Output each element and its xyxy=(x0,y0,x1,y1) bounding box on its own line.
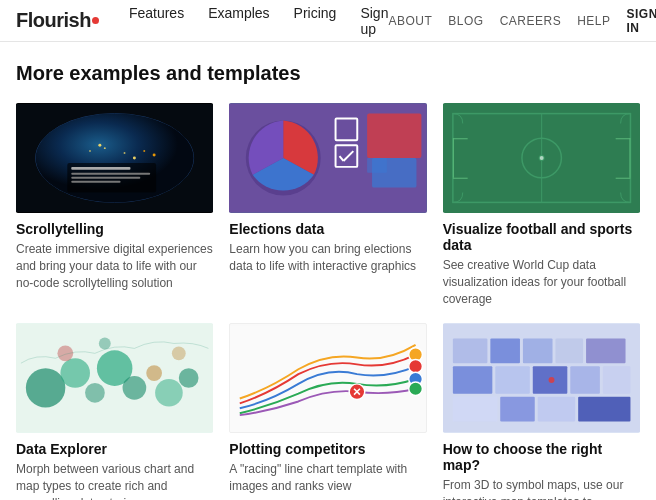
card-plotting-desc: A "racing" line chart template with imag… xyxy=(229,461,426,495)
svg-rect-71 xyxy=(578,397,630,422)
site-header: Flourish Features Examples Pricing Sign … xyxy=(0,0,656,42)
nav-careers[interactable]: Careers xyxy=(500,14,562,28)
card-rightmap-desc: From 3D to symbol maps, use our interact… xyxy=(443,477,640,500)
thumb-scrollytelling xyxy=(16,103,213,213)
svg-rect-34 xyxy=(615,138,630,139)
logo-dot xyxy=(92,17,99,24)
card-football[interactable]: Visualize football and sports data See c… xyxy=(443,103,640,307)
card-dataexplorer[interactable]: Data Explorer Morph between various char… xyxy=(16,323,213,500)
main-nav: Features Examples Pricing Sign up xyxy=(129,5,389,37)
card-plotting-title: Plotting competitors xyxy=(229,441,426,457)
card-football-desc: See creative World Cup data visualizatio… xyxy=(443,257,640,307)
card-scrollytelling-desc: Create immersive digital experiences and… xyxy=(16,241,213,291)
card-elections-title: Elections data xyxy=(229,221,426,237)
logo-text: Flourish xyxy=(16,9,91,32)
nav-help[interactable]: Help xyxy=(577,14,610,28)
svg-point-43 xyxy=(146,366,162,382)
card-dataexplorer-title: Data Explorer xyxy=(16,441,213,457)
svg-point-6 xyxy=(124,152,126,154)
card-rightmap[interactable]: How to choose the right map? From 3D to … xyxy=(443,323,640,500)
svg-point-42 xyxy=(123,376,147,400)
nav-examples[interactable]: Examples xyxy=(208,5,269,37)
nav-about[interactable]: About xyxy=(388,14,432,28)
plotting-svg xyxy=(230,324,425,433)
nav-signin[interactable]: Sign in xyxy=(627,7,656,35)
card-elections-desc: Learn how you can bring elections data t… xyxy=(229,241,426,275)
nav-signup[interactable]: Sign up xyxy=(360,5,388,37)
examples-grid: Scrollytelling Create immersive digital … xyxy=(16,103,640,500)
svg-rect-64 xyxy=(495,367,530,395)
elections-svg xyxy=(229,103,426,213)
svg-rect-13 xyxy=(71,173,150,175)
svg-point-45 xyxy=(179,369,199,389)
nav-blog[interactable]: Blog xyxy=(448,14,483,28)
football-svg xyxy=(443,103,640,213)
secondary-nav: About Blog Careers Help Sign in xyxy=(388,7,656,35)
svg-point-40 xyxy=(85,383,105,403)
svg-point-53 xyxy=(409,382,423,396)
svg-point-7 xyxy=(133,157,136,160)
nav-pricing[interactable]: Pricing xyxy=(294,5,337,37)
svg-rect-33 xyxy=(629,138,630,177)
card-plotting[interactable]: Plotting competitors A "racing" line cha… xyxy=(229,323,426,500)
svg-rect-62 xyxy=(586,339,625,364)
svg-point-4 xyxy=(98,144,101,147)
svg-point-46 xyxy=(57,346,73,362)
thumb-dataexplorer xyxy=(16,323,213,433)
scrollytelling-svg xyxy=(16,103,213,213)
svg-rect-60 xyxy=(523,339,553,364)
svg-rect-59 xyxy=(490,339,520,364)
page-content: More examples and templates xyxy=(0,42,656,500)
svg-point-39 xyxy=(60,359,90,389)
svg-point-8 xyxy=(89,150,91,152)
svg-point-10 xyxy=(153,154,156,157)
card-dataexplorer-desc: Morph between various chart and map type… xyxy=(16,461,213,500)
card-rightmap-title: How to choose the right map? xyxy=(443,441,640,473)
card-scrollytelling-title: Scrollytelling xyxy=(16,221,213,237)
thumb-plotting xyxy=(229,323,426,433)
rightmap-svg xyxy=(443,323,640,433)
svg-rect-22 xyxy=(367,114,421,158)
svg-rect-30 xyxy=(453,138,454,177)
svg-point-9 xyxy=(143,150,145,152)
logo[interactable]: Flourish xyxy=(16,9,99,32)
svg-point-5 xyxy=(104,147,106,149)
svg-point-36 xyxy=(539,156,543,160)
svg-point-38 xyxy=(26,369,65,408)
svg-rect-67 xyxy=(602,367,630,395)
svg-rect-70 xyxy=(537,397,574,422)
thumb-rightmap xyxy=(443,323,640,433)
svg-point-72 xyxy=(548,377,554,383)
svg-rect-66 xyxy=(570,367,600,395)
svg-rect-14 xyxy=(71,177,140,179)
nav-features[interactable]: Features xyxy=(129,5,184,37)
svg-point-44 xyxy=(155,379,183,407)
card-scrollytelling[interactable]: Scrollytelling Create immersive digital … xyxy=(16,103,213,307)
svg-rect-61 xyxy=(555,339,583,364)
svg-rect-35 xyxy=(615,178,630,179)
svg-rect-68 xyxy=(453,397,497,422)
svg-rect-32 xyxy=(453,178,468,179)
thumb-football xyxy=(443,103,640,213)
svg-point-47 xyxy=(99,338,111,350)
svg-point-51 xyxy=(409,360,423,374)
dataexplorer-svg xyxy=(16,323,213,433)
svg-rect-58 xyxy=(453,339,488,364)
svg-rect-31 xyxy=(453,138,468,139)
svg-rect-63 xyxy=(453,367,492,395)
card-football-title: Visualize football and sports data xyxy=(443,221,640,253)
svg-rect-12 xyxy=(71,167,130,170)
svg-point-48 xyxy=(172,347,186,361)
svg-rect-24 xyxy=(367,158,387,173)
page-title: More examples and templates xyxy=(16,62,640,85)
svg-rect-49 xyxy=(230,326,425,433)
svg-rect-15 xyxy=(71,181,120,183)
card-elections[interactable]: Elections data Learn how you can bring e… xyxy=(229,103,426,307)
svg-rect-69 xyxy=(500,397,535,422)
thumb-elections xyxy=(229,103,426,213)
